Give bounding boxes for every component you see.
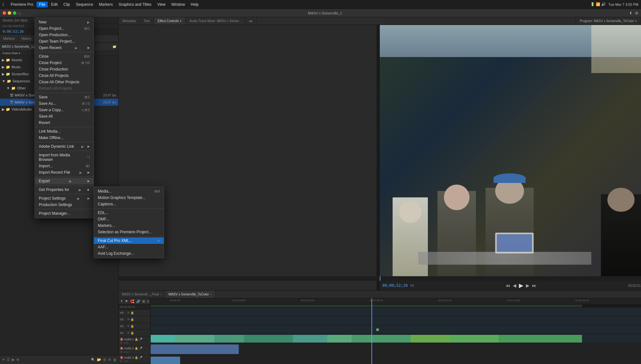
menu-open-team[interactable]: Open Team Project...: [35, 38, 94, 45]
link-icon[interactable]: 🔗: [136, 299, 141, 304]
menu-get-properties[interactable]: Get Properties for ▶: [35, 186, 94, 193]
track-v2-content[interactable]: [151, 325, 641, 334]
menu-export[interactable]: Export ▶: [35, 178, 94, 184]
nest-icon[interactable]: ⊞: [142, 299, 146, 304]
sequence-menu[interactable]: Sequence: [73, 2, 96, 7]
tab-effect-controls[interactable]: Effect Controls ×: [154, 17, 186, 25]
add-icon[interactable]: ⊕: [16, 358, 19, 362]
track-v3-content[interactable]: [151, 316, 641, 325]
export-edl[interactable]: EDL...: [94, 210, 164, 216]
menu-import[interactable]: Import... ⌘I: [35, 163, 94, 169]
minimize-window-button[interactable]: [8, 11, 11, 15]
app-name-menu[interactable]: Premiere Pro: [8, 2, 36, 7]
new-item-icon[interactable]: ✦: [2, 358, 5, 362]
file-menu-trigger[interactable]: File: [37, 2, 48, 7]
export-avid-log[interactable]: Avid Log Exchange...: [94, 250, 164, 257]
markers-menu[interactable]: Markers: [96, 2, 115, 7]
v4-eye-icon[interactable]: 👁: [127, 311, 130, 314]
menu-make-offline[interactable]: Make Offline...: [35, 135, 94, 141]
v2-sync-icon[interactable]: ⌒: [135, 324, 137, 328]
audio3-mic-icon[interactable]: 🎤: [139, 356, 142, 359]
search-project-icon[interactable]: 🔍: [91, 358, 95, 361]
clip-v1-1[interactable]: [151, 335, 175, 343]
clip-v1-7[interactable]: [352, 335, 411, 343]
step-forward-button[interactable]: ⏭: [532, 283, 537, 288]
help-menu[interactable]: Help: [188, 2, 201, 7]
tab-markers[interactable]: Markers: [0, 35, 18, 42]
audio-clip-2[interactable]: [151, 357, 180, 364]
audio1-mic-icon[interactable]: 🎤: [139, 338, 142, 341]
export-markers[interactable]: Markers...: [94, 222, 164, 229]
close-tab-tocolor[interactable]: ×: [210, 293, 212, 296]
add-marker-icon[interactable]: ⚑: [124, 299, 129, 304]
menu-open-recent[interactable]: Open Recent ▶: [35, 45, 94, 51]
menu-close[interactable]: Close ⌘W: [35, 53, 94, 60]
settings-small-icon[interactable]: ⚙: [108, 358, 111, 362]
export-aaf[interactable]: AAF...: [94, 244, 164, 250]
menu-save-all[interactable]: Save All: [35, 113, 94, 120]
track-audio1-content[interactable]: [151, 343, 641, 355]
menu-save-copy[interactable]: Save a Copy... ⌥⌘S: [35, 107, 94, 113]
v2-eye-icon[interactable]: 👁: [127, 325, 130, 328]
export-omf[interactable]: OMF...: [94, 216, 164, 222]
menu-import-recent[interactable]: Import Recent File ▶: [35, 169, 94, 176]
menu-adobe-dynamic-link[interactable]: Adobe Dynamic Link ▶: [35, 143, 94, 150]
tab-more[interactable]: ▸▸: [246, 17, 257, 25]
frame-rate-label[interactable]: Frame Rate ▾: [3, 52, 20, 55]
clip-v1-8[interactable]: [411, 335, 450, 343]
audio2-ctrl1[interactable]: ◁: [124, 350, 126, 353]
menu-save[interactable]: Save ⌘S: [35, 94, 94, 100]
audio1-ctrl1[interactable]: ◁: [124, 341, 126, 344]
audio2-lock-icon[interactable]: 🔒: [135, 347, 138, 350]
menu-import-media-browser[interactable]: Import from Media Browser ⌃I: [35, 152, 94, 163]
next-frame-button[interactable]: ▶: [526, 283, 529, 288]
menu-save-as[interactable]: Save As... ⌘⇧S: [35, 100, 94, 107]
menu-open-project[interactable]: Open Project... ⌘O: [35, 25, 94, 32]
v1-eye-icon[interactable]: 👁: [127, 331, 130, 335]
tab-text[interactable]: Text: [140, 17, 154, 25]
play-icon[interactable]: ▶: [12, 358, 14, 362]
play-stop-button[interactable]: ▶: [519, 282, 523, 289]
track-v1-content[interactable]: [151, 334, 641, 343]
export-selection-premiere[interactable]: Selection as Premiere Project...: [94, 229, 164, 235]
new-bin-button[interactable]: 📁: [112, 45, 116, 48]
clip-v1-5[interactable]: [293, 335, 327, 343]
step-back-button[interactable]: ⏮: [506, 283, 510, 288]
v2-lock-icon[interactable]: 🔒: [130, 325, 134, 328]
v3-eye-icon[interactable]: 👁: [127, 318, 130, 321]
audio1-lock-icon[interactable]: 🔒: [135, 338, 138, 341]
menu-close-production[interactable]: Close Production: [35, 66, 94, 72]
maximize-window-button[interactable]: [13, 11, 16, 15]
view-menu[interactable]: View: [155, 2, 168, 7]
v1-lock-icon[interactable]: 🔒: [130, 331, 134, 335]
close-tab-final[interactable]: ×: [160, 293, 162, 296]
list-view-icon[interactable]: ☰: [7, 358, 10, 362]
audio3-ctrl1[interactable]: ◁: [124, 360, 126, 363]
grid-icon[interactable]: ⊞: [103, 358, 106, 362]
clip-v1-10[interactable]: [499, 335, 582, 343]
menu-open-production[interactable]: Open Production...: [35, 32, 94, 38]
share-icon[interactable]: ⬆: [629, 11, 632, 15]
timeline-playhead[interactable]: [371, 298, 372, 364]
menu-production-settings[interactable]: Production Settings: [35, 202, 94, 208]
audio-clip-1[interactable]: [151, 344, 239, 354]
clip-v1-2[interactable]: [175, 335, 214, 343]
home-button[interactable]: ⌂: [18, 11, 21, 16]
close-window-button[interactable]: [3, 11, 6, 15]
clip-v1-4[interactable]: [244, 335, 293, 343]
menu-revert[interactable]: Revert: [35, 120, 94, 126]
snap-icon[interactable]: 🧲: [129, 299, 135, 304]
audio2-mic-icon[interactable]: 🎤: [139, 347, 142, 350]
clip-v1-9[interactable]: [450, 335, 499, 343]
delete-icon[interactable]: 🗑: [113, 358, 117, 362]
v4-lock-icon[interactable]: 🔒: [130, 311, 134, 314]
tab-timeline-final[interactable]: MASV x Somervill..._Final ×: [119, 291, 165, 298]
edit-menu[interactable]: Edit: [48, 2, 60, 7]
menu-close-all[interactable]: Close All Projects: [35, 72, 94, 79]
timeline-inout-bar[interactable]: [151, 305, 641, 307]
audio1-mute-icon[interactable]: 🔇: [120, 338, 123, 341]
clip-menu[interactable]: Clip: [61, 2, 73, 7]
menu-new[interactable]: New ▶: [35, 19, 94, 25]
graphics-menu[interactable]: Graphics and Titles: [116, 2, 154, 7]
tab-program[interactable]: Program: MASV x Somerville_ToColor ×: [576, 17, 641, 25]
